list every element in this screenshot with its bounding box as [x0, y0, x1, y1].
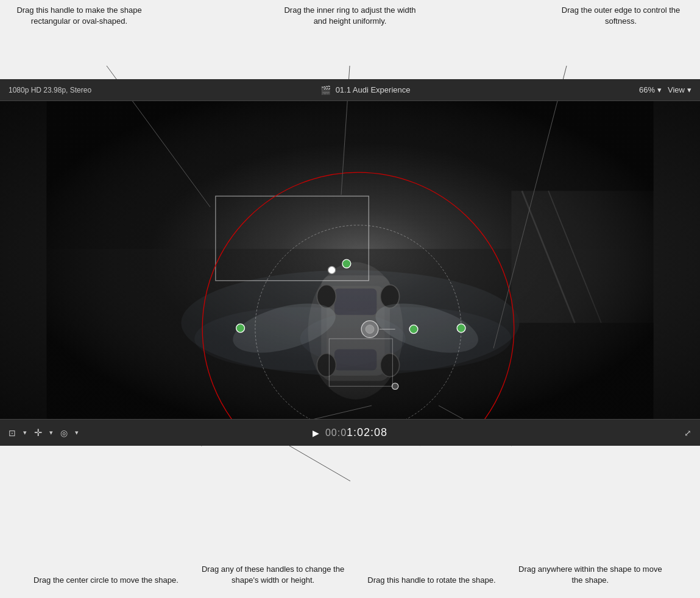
view-mode-icon[interactable]: ⊡ [9, 428, 16, 438]
chevron-speed-icon[interactable]: ▾ [75, 429, 79, 437]
annotation-top-area: Drag this handle to make the shape recta… [0, 0, 700, 79]
transform-icon[interactable]: ✛ [34, 427, 42, 438]
annotation-bottom-handles: Drag any of these handles to change the … [197, 564, 349, 586]
video-footer: ⊡ ▾ ✛ ▾ ◎ ▾ ▶ 00:01:02:08 ⤢ [0, 419, 700, 446]
speed-icon[interactable]: ◎ [60, 428, 68, 438]
footer-center-controls: ▶ 00:01:02:08 [313, 426, 387, 439]
play-button[interactable]: ▶ [313, 428, 319, 438]
annotation-top-left: Drag this handle to make the shape recta… [12, 5, 146, 27]
annotation-top-right: Drag the outer edge to control the softn… [554, 5, 688, 27]
footer-right-controls: ⤢ [684, 428, 691, 438]
chevron-down-icon: ▾ [657, 85, 662, 94]
video-title: 01.1 Audi Experience [336, 85, 411, 94]
video-player: 1080p HD 23.98p, Stereo 🎬 01.1 Audi Expe… [0, 79, 700, 446]
annotation-top-center: Drag the inner ring to adjust the width … [283, 5, 417, 27]
timecode-main: 1:02:08 [347, 426, 387, 438]
timecode-display: 00:01:02:08 [325, 426, 387, 439]
video-header: 1080p HD 23.98p, Stereo 🎬 01.1 Audi Expe… [0, 79, 700, 101]
clapper-icon: 🎬 [320, 85, 331, 95]
annotation-bottom-move: Drag anywhere within the shape to move t… [514, 564, 666, 586]
timecode-prefix: 00:0 [325, 427, 347, 438]
annotation-bottom-center-circle: Drag the center circle to move the shape… [34, 575, 179, 586]
chevron-transform-icon[interactable]: ▾ [49, 429, 53, 437]
footer-left-controls: ⊡ ▾ ✛ ▾ ◎ ▾ [9, 427, 79, 438]
annotation-bottom-area: Drag the center circle to move the shape… [0, 446, 700, 598]
fullscreen-icon[interactable]: ⤢ [684, 428, 691, 438]
video-canvas [0, 101, 700, 419]
chevron-down-icon-2: ▾ [687, 85, 691, 94]
video-background [0, 101, 700, 419]
video-title-area: 🎬 01.1 Audi Experience [320, 85, 411, 95]
chevron-view-icon[interactable]: ▾ [23, 429, 27, 437]
view-button[interactable]: View ▾ [668, 85, 691, 94]
annotation-bottom-rotate: Drag this handle to rotate the shape. [367, 575, 495, 586]
video-controls-right: 66% ▾ View ▾ [639, 85, 691, 94]
zoom-button[interactable]: 66% ▾ [639, 85, 662, 94]
video-format-label: 1080p HD 23.98p, Stereo [9, 86, 91, 94]
